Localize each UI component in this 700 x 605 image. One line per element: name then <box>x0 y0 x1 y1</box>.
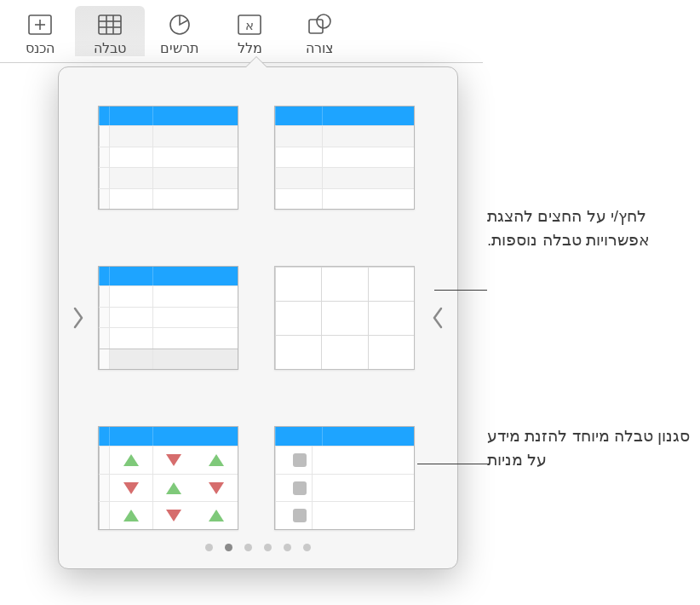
callout-stock-hint: סגנון טבלה מיוחד להזנת מידע על מניות <box>487 424 696 471</box>
insert-icon <box>26 13 55 37</box>
svg-point-12 <box>317 14 330 28</box>
callout-stock-line <box>417 464 487 464</box>
nav-prev-arrow[interactable] <box>425 301 452 335</box>
table-style-basic-blue[interactable] <box>274 106 415 210</box>
table-style-blue-footer[interactable] <box>98 266 238 370</box>
page-dots <box>59 544 457 551</box>
page-dot-4[interactable] <box>244 544 252 551</box>
table-icon <box>95 13 124 37</box>
page-dot-3[interactable] <box>264 544 272 551</box>
page-dot-2[interactable] <box>284 544 291 551</box>
toolbar-shape-label: צורה <box>306 40 334 56</box>
page-dot-6[interactable] <box>205 544 213 551</box>
page-dot-1[interactable] <box>303 544 311 551</box>
toolbar-charts[interactable]: תרשים <box>145 6 215 56</box>
toolbar-text-label: מלל <box>238 40 262 56</box>
chart-icon <box>165 13 194 37</box>
callout-arrows-line <box>434 290 487 291</box>
table-style-stock-arrows[interactable] <box>98 426 238 530</box>
svg-rect-3 <box>99 15 121 34</box>
toolbar-table-label: טבלה <box>94 40 126 56</box>
toolbar-text[interactable]: א מלל <box>215 6 284 56</box>
text-icon: א <box>235 13 264 37</box>
svg-text:א: א <box>245 18 254 32</box>
toolbar-charts-label: תרשים <box>160 40 199 56</box>
toolbar-shape[interactable]: צורה <box>284 6 354 56</box>
toolbar-table[interactable]: טבלה <box>75 6 145 56</box>
shape-icon <box>305 13 334 37</box>
svg-rect-11 <box>309 20 323 33</box>
toolbar: הכנס טבלה תרשים א <box>0 0 483 63</box>
table-style-checkbox[interactable] <box>274 426 415 530</box>
table-styles-popover <box>58 66 458 569</box>
table-style-grid <box>101 98 415 538</box>
callout-arrows-hint: לחץ/י על החצים להצגת אפשרויות טבלה נוספו… <box>487 205 696 251</box>
table-style-minimal-grid[interactable] <box>274 266 415 370</box>
page-dot-5[interactable] <box>225 544 232 551</box>
toolbar-insert-label: הכנס <box>26 40 55 56</box>
nav-next-arrow[interactable] <box>64 301 91 335</box>
toolbar-insert[interactable]: הכנס <box>5 6 75 56</box>
table-style-blue-sidecol[interactable] <box>98 106 238 210</box>
